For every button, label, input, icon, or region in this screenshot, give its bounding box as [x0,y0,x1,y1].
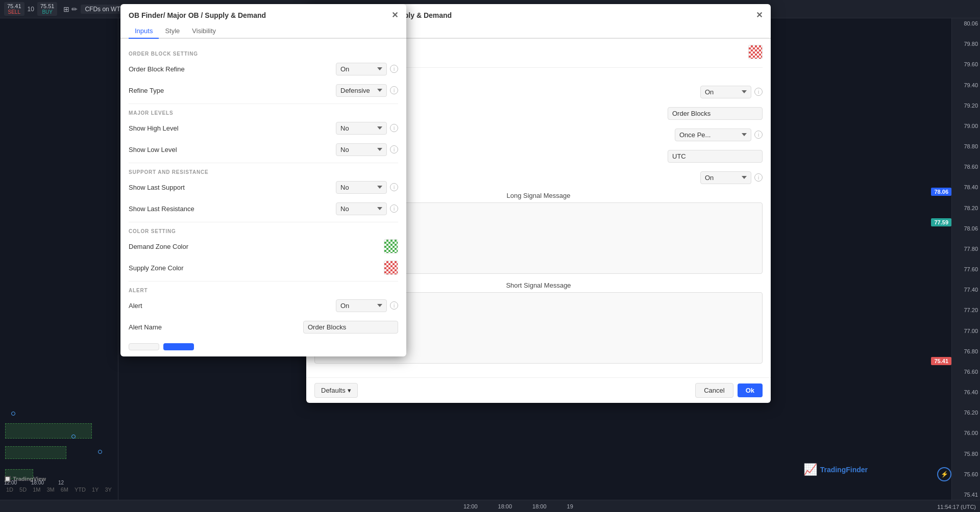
buy-price-badge[interactable]: 75.51 BUY [37,2,58,16]
price-tick-4: 79.40 [952,82,980,88]
defaults-chevron-icon: ▾ [348,387,351,394]
sell-price: 75.41 [7,3,21,9]
info-order-block-refine[interactable]: i [390,65,398,73]
input-timezone[interactable] [668,150,763,163]
row-show-high-level: Show High Level No Yes i [129,120,398,136]
info-show-last-support[interactable]: i [390,183,398,191]
cancel-button[interactable]: Cancel [695,383,733,398]
info-alert-left[interactable]: i [390,301,398,310]
supply-zone-color-swatch-left[interactable] [384,261,398,275]
control-demand-zone-color [384,239,398,253]
row-alert-name-left: Alert Name [129,319,398,335]
price-axis: 80.06 79.80 79.60 79.40 79.20 79.00 78.8… [951,18,980,500]
label-show-low-level: Show Low Level [129,146,336,153]
row-show-last-resistance: Show Last Resistance No Yes i [129,200,398,217]
period-1d[interactable]: 1D [4,485,15,494]
select-message-frequency[interactable]: Once Pe... Once Per Bar Close Once Per M… [675,129,751,141]
tab-style-left[interactable]: Style [159,24,186,39]
select-show-low-level[interactable]: No Yes [336,143,387,156]
price-tick-2: 79.80 [952,41,980,47]
sell-label: SELL [8,9,20,15]
supply-zone-color-swatch-right[interactable] [748,45,763,59]
period-3m[interactable]: 3M [44,485,56,494]
dialog-right-close[interactable]: ✕ [756,10,763,20]
grid-icon[interactable]: ⊞ [63,5,69,13]
control-show-low-level: No Yes i [336,143,398,156]
period-5d[interactable]: 5D [17,485,29,494]
control-show-alert-time [668,150,763,163]
select-display-more-info[interactable]: On Off [700,171,751,184]
time-1800-1: 18:00 [498,503,512,509]
price-tick-6: 79.00 [952,123,980,129]
section-major-levels: MAJOR LEVELS [129,110,398,116]
row-alert-left: Alert On Off i [129,297,398,314]
time-bar: 12:00 18:00 18:00 19 [0,500,980,512]
info-display-more-info[interactable]: i [754,173,763,182]
time-1800-2: 18:00 [532,503,547,509]
info-refine-type[interactable]: i [390,86,398,94]
period-3y[interactable]: 3Y [103,485,113,494]
info-show-high-level[interactable]: i [390,124,398,132]
period-6m[interactable]: 6M [59,485,70,494]
buy-price: 75.51 [40,3,55,9]
period-1y[interactable]: 1Y [90,485,101,494]
alert-circle-icon[interactable]: ⚡ [937,467,951,481]
control-refine-type: Defensive Aggressive i [336,84,398,97]
dialog-left-close[interactable]: ✕ [391,10,398,20]
period-ytd[interactable]: YTD [72,485,88,494]
select-show-last-resistance[interactable]: No Yes [336,202,387,215]
select-alert-left[interactable]: On Off [336,299,387,312]
period-buttons[interactable]: 1D 5D 1M 3M 6M YTD 1Y 3Y 5Y All [4,485,118,494]
select-refine-type[interactable]: Defensive Aggressive [336,84,387,97]
period-5y[interactable]: 5Y [116,485,118,494]
info-alert-right[interactable]: i [754,88,763,96]
tf-logo-text: TradingFinder [820,466,868,474]
mini-demand-zone-2 [5,446,66,459]
left-footer-btn2[interactable] [163,343,194,350]
price-tick-9: 78.40 [952,184,980,190]
left-footer-btn1[interactable] [129,343,159,350]
dialog-right-footer: Defaults ▾ Cancel Ok [306,377,771,403]
control-alert-name-left [303,321,398,334]
period-1m[interactable]: 1M [31,485,42,494]
select-show-high-level[interactable]: No Yes [336,122,387,135]
select-order-block-refine[interactable]: On Off [336,63,387,75]
sell-price-badge: 75.41 SELL [4,2,24,16]
info-show-last-resistance[interactable]: i [390,204,398,213]
control-show-high-level: No Yes i [336,122,398,135]
mini-circle-3 [98,450,102,454]
mini-circle-2 [71,434,76,439]
dialog-left-tabs: Inputs Style Visibility [120,20,406,39]
input-alert-name-left[interactable] [303,321,398,334]
price-tick-7: 78.80 [952,143,980,149]
price-tick-1: 80.06 [952,20,980,27]
dialog-left-body: ORDER BLOCK SETTING Order Block Refine O… [120,39,406,356]
ok-button[interactable]: Ok [738,383,763,397]
control-show-last-support: No Yes i [336,181,398,194]
tf-logo-icon: 📈 [803,463,817,476]
sidebar-time-axis: 12:00 18:00 12 [4,480,64,485]
select-show-last-support[interactable]: No Yes [336,181,387,194]
divider-3 [129,222,398,222]
price-tick-14: 77.40 [952,287,980,293]
section-support-resistance: SUPPORT AND RESISTANCE [129,169,398,175]
select-alert-right[interactable]: On Off [700,86,751,98]
defaults-button[interactable]: Defaults ▾ [314,383,358,398]
price-tick-13: 77.60 [952,266,980,272]
demand-zone-color-swatch[interactable] [384,239,398,253]
price-tick-23: 75.60 [952,471,980,477]
tf-logo-area: 📈 TradingFinder [803,463,868,476]
sidebar-chart: 🔲 TradingView 1D 5D 1M 3M 6M YTD 1Y 3Y 5… [0,18,118,500]
info-message-frequency[interactable]: i [754,131,763,139]
input-alert-name-right[interactable] [668,107,763,120]
tab-inputs-left[interactable]: Inputs [129,24,159,39]
section-color-setting: COLOR SETTING [129,228,398,234]
footer-left-spacer: Defaults ▾ [314,383,691,398]
price-tick-3: 79.60 [952,61,980,67]
price-tick-16: 77.00 [952,328,980,334]
info-show-low-level[interactable]: i [390,145,398,153]
bottom-time: 11:54:17 (UTC) [933,502,980,512]
divider-4 [129,281,398,281]
draw-icon[interactable]: ✏ [71,5,78,13]
tab-visibility-left[interactable]: Visibility [186,24,222,39]
